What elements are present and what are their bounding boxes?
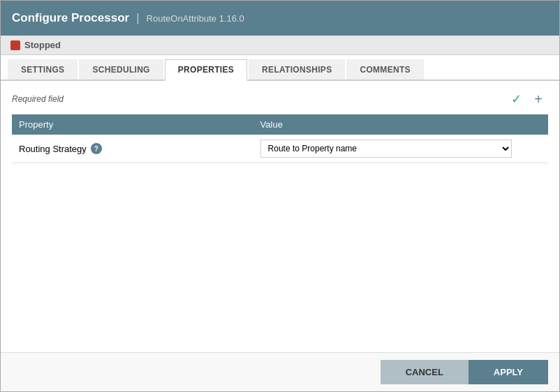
row-action-cell [519,135,548,163]
required-field-bar: Required field ✓ + [12,89,548,109]
col-action-header [519,114,548,135]
tabs-container: SETTINGS SCHEDULING PROPERTIES RELATIONS… [1,55,559,81]
plus-icon: + [534,91,543,107]
dialog-title: Configure Processor [12,11,129,25]
status-indicator-icon [10,40,20,50]
properties-table: Property Value Routing Strategy ? [12,114,548,163]
cancel-button[interactable]: CANCEL [381,360,469,384]
tab-content: Required field ✓ + Property Value [1,81,559,352]
processor-version: RouteOnAttribute 1.16.0 [147,13,244,24]
property-name: Routing Strategy [19,144,87,154]
table-row: Routing Strategy ? Route to Property nam… [12,135,548,163]
status-label: Stopped [24,40,61,50]
tab-scheduling[interactable]: SCHEDULING [79,59,163,80]
tab-settings[interactable]: SETTINGS [8,59,78,80]
property-cell: Routing Strategy ? [12,135,253,163]
col-property-header: Property [12,114,253,135]
required-field-label: Required field [12,94,64,104]
tab-properties[interactable]: PROPERTIES [165,59,247,81]
configure-processor-dialog: Configure Processor | RouteOnAttribute 1… [0,0,560,392]
dialog-header: Configure Processor | RouteOnAttribute 1… [1,1,559,36]
help-icon[interactable]: ? [91,143,102,154]
dialog-footer: CANCEL APPLY [1,352,559,391]
check-circle-icon: ✓ [511,91,522,107]
apply-button[interactable]: APPLY [469,360,548,384]
tab-comments[interactable]: COMMENTS [346,59,423,80]
verify-button[interactable]: ✓ [506,89,526,109]
table-header: Property Value [12,114,548,135]
table-body: Routing Strategy ? Route to Property nam… [12,135,548,163]
header-divider: | [136,11,139,25]
status-bar: Stopped [1,36,559,55]
value-cell: Route to Property name [253,135,520,163]
col-value-header: Value [253,114,520,135]
tab-relationships[interactable]: RELATIONSHIPS [249,59,345,80]
add-property-button[interactable]: + [529,89,548,109]
action-icons: ✓ + [506,89,548,109]
routing-strategy-select[interactable]: Route to Property name [260,140,513,158]
